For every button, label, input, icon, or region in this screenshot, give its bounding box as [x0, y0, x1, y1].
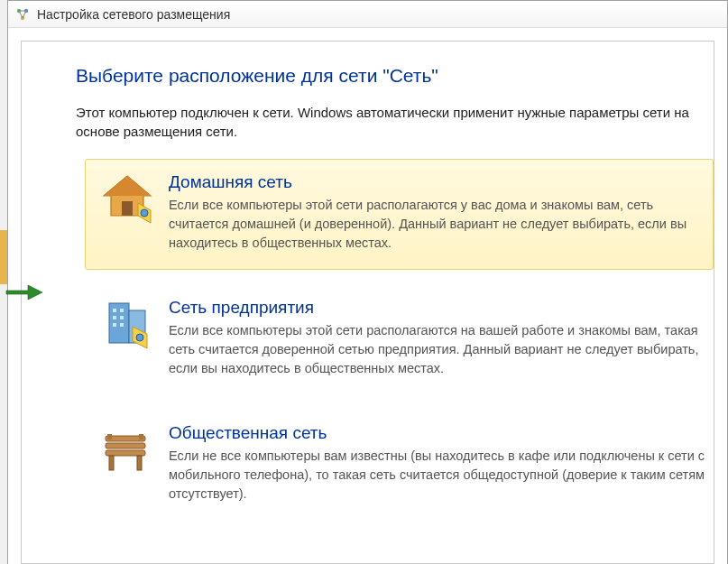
network-options-list: Домашняя сеть Если все компьютеры этой с…	[85, 159, 714, 521]
option-body: Домашняя сеть Если все компьютеры этой с…	[169, 171, 713, 253]
svg-rect-16	[120, 316, 124, 319]
option-body: Общественная сеть Если не все компьютеры…	[169, 421, 713, 504]
svg-marker-8	[104, 176, 151, 196]
pointer-arrow-icon	[0, 282, 44, 303]
svg-marker-6	[6, 285, 42, 300]
svg-rect-22	[106, 450, 145, 456]
svg-rect-9	[122, 201, 133, 216]
network-config-icon	[15, 7, 30, 22]
option-title: Сеть предприятия	[169, 298, 713, 318]
option-desc: Если все компьютеры этой сети располагаю…	[169, 321, 713, 378]
svg-rect-26	[139, 434, 143, 439]
svg-rect-23	[109, 456, 114, 470]
svg-rect-18	[120, 323, 124, 327]
svg-rect-13	[113, 309, 116, 312]
svg-line-3	[19, 11, 23, 18]
home-network-icon	[98, 171, 156, 228]
option-title: Общественная сеть	[169, 423, 713, 443]
titlebar: Настройка сетевого размещения	[8, 1, 727, 28]
highlight-stripe	[0, 230, 7, 284]
window-title: Настройка сетевого размещения	[37, 7, 230, 22]
svg-rect-14	[120, 309, 124, 312]
page-heading: Выберите расположение для сети "Сеть"	[22, 65, 714, 103]
svg-point-19	[136, 334, 143, 341]
option-desc: Если не все компьютеры вам известны (вы …	[169, 447, 713, 504]
svg-rect-25	[107, 434, 112, 439]
public-network-icon	[98, 421, 156, 479]
svg-rect-17	[113, 323, 116, 327]
option-body: Сеть предприятия Если все компьютеры это…	[169, 296, 713, 378]
option-home-network[interactable]: Домашняя сеть Если все компьютеры этой с…	[85, 159, 714, 270]
work-network-icon	[98, 296, 156, 354]
svg-line-4	[23, 11, 26, 18]
svg-point-10	[141, 209, 148, 217]
option-public-network[interactable]: Общественная сеть Если не все компьютеры…	[85, 410, 714, 521]
svg-rect-21	[106, 443, 145, 448]
content-area: Выберите расположение для сети "Сеть" Эт…	[21, 41, 714, 564]
option-title: Домашняя сеть	[169, 172, 713, 192]
option-desc: Если все компьютеры этой сети располагаю…	[169, 196, 713, 253]
svg-rect-15	[113, 316, 116, 319]
option-work-network[interactable]: Сеть предприятия Если все компьютеры это…	[85, 284, 714, 395]
dialog-window: Настройка сетевого размещения Выберите р…	[7, 0, 728, 564]
svg-rect-11	[109, 303, 129, 343]
svg-rect-24	[137, 456, 142, 470]
intro-text: Этот компьютер подключен к сети. Windows…	[22, 103, 714, 159]
